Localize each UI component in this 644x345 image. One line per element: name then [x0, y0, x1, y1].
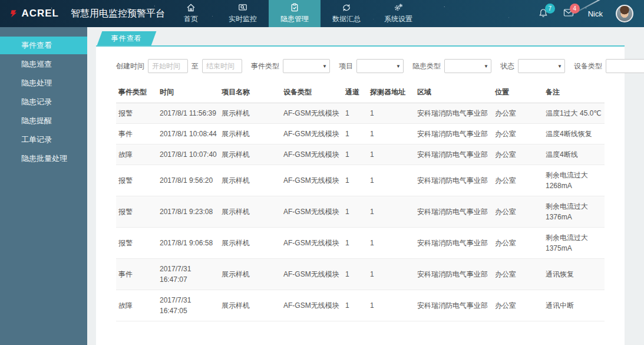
- filter-label: 状态: [500, 61, 514, 71]
- cell-remark: 剩余电流过大 1376mA: [543, 196, 605, 228]
- nav-label: 隐患管理: [280, 14, 309, 24]
- cell-device-type: AF-GSM无线模块: [281, 144, 343, 165]
- filter-label: 隐患类型: [412, 61, 441, 71]
- cell-region: 安科瑞消防电气事业部: [415, 144, 493, 165]
- cell-time: 2017/8/1 9:06:58: [157, 228, 219, 259]
- col-region: 区域: [415, 82, 493, 103]
- messages-button[interactable]: 4: [563, 8, 575, 19]
- message-badge: 4: [570, 4, 580, 14]
- cell-channel: 1: [343, 259, 368, 290]
- content-panel: 创建时间 至 事件类型 ▼ 项目: [96, 45, 625, 345]
- cell-remark: 温度4断线恢复: [543, 124, 605, 144]
- filter-select-wrap: ▼: [444, 59, 491, 73]
- filter-select[interactable]: [606, 59, 644, 73]
- sidebar-item[interactable]: 隐患提醒: [0, 112, 87, 130]
- nav-item-hazard-management[interactable]: 隐患管理: [269, 0, 321, 27]
- sidebar-item-label: 事件查看: [21, 41, 52, 50]
- cell-event-type: 报警: [116, 196, 157, 228]
- tab-event-view[interactable]: 事件查看: [97, 31, 157, 45]
- cell-time: 2017/7/31 16:47:07: [157, 259, 219, 290]
- app-root: ACREL 智慧用电监控预警平台 首页 实时监控 隐患管理: [0, 0, 644, 345]
- cell-device-type: AF-GSM无线模块: [281, 196, 343, 228]
- cell-region: 安科瑞消防电气事业部: [415, 228, 493, 259]
- sidebar-item[interactable]: 隐患处理: [0, 74, 87, 92]
- filter-select[interactable]: [356, 59, 404, 73]
- cell-remark: 通讯恢复: [543, 259, 605, 290]
- col-remark: 备注: [543, 82, 605, 103]
- table-header: 事件类型 时间 项目名称 设备类型 通道 探测器地址 区域 位置 备注: [116, 82, 605, 103]
- nav-item-realtime-monitor[interactable]: 实时监控: [217, 0, 269, 27]
- cell-channel: 1: [343, 103, 368, 124]
- cell-device-type: AF-GSM无线模块: [281, 165, 343, 196]
- cell-location: 办公室: [493, 144, 543, 165]
- nav-item-home[interactable]: 首页: [165, 0, 217, 27]
- sidebar-item[interactable]: 事件查看: [0, 37, 87, 54]
- home-icon: [186, 3, 196, 12]
- cell-remark: 通讯中断: [543, 290, 605, 321]
- filter-select[interactable]: [518, 59, 565, 73]
- sidebar-item[interactable]: 隐患巡查: [0, 55, 87, 73]
- cell-channel: 1: [343, 144, 368, 165]
- cell-detector-address: 1: [368, 228, 415, 259]
- col-device-type: 设备类型: [281, 82, 343, 103]
- filter-group: 项目 ▼: [339, 59, 404, 73]
- cell-project-name: 展示样机: [219, 103, 281, 124]
- sidebar-item-label: 隐患批量处理: [21, 154, 67, 163]
- cell-region: 安科瑞消防电气事业部: [415, 259, 493, 290]
- nav-item-data-summary[interactable]: 数据汇总: [321, 0, 372, 27]
- cell-event-type: 事件: [116, 124, 157, 144]
- cell-detector-address: 1: [368, 103, 415, 124]
- cell-region: 安科瑞消防电气事业部: [415, 103, 493, 124]
- filter-label: 项目: [339, 61, 353, 71]
- cell-time: 2017/8/1 10:08:44: [157, 124, 219, 144]
- table-row: 报警 2017/8/1 9:56:20 展示样机 AF-GSM无线模块 1 1 …: [116, 165, 605, 196]
- cell-project-name: 展示样机: [219, 124, 281, 144]
- events-table: 事件类型 时间 项目名称 设备类型 通道 探测器地址 区域 位置 备注: [116, 82, 605, 321]
- cell-region: 安科瑞消防电气事业部: [415, 196, 493, 228]
- filter-label: 设备类型: [574, 61, 602, 71]
- sidebar: 事件查看 隐患巡查 隐患处理 隐患记录 隐患提醒 工单记录 隐患批量处理: [0, 27, 87, 345]
- sidebar-item[interactable]: 工单记录: [0, 131, 87, 149]
- cell-region: 安科瑞消防电气事业部: [415, 290, 493, 321]
- table-row: 报警 2017/8/1 11:56:39 展示样机 AF-GSM无线模块 1 1…: [116, 103, 605, 124]
- main-content: 事件查看 创建时间 至 事件类型 ▼: [87, 27, 644, 345]
- cell-project-name: 展示样机: [219, 196, 281, 228]
- cell-region: 安科瑞消防电气事业部: [415, 165, 493, 196]
- notifications-button[interactable]: 7: [539, 8, 550, 19]
- cell-detector-address: 1: [368, 124, 415, 144]
- filter-group: 事件类型 ▼: [251, 59, 330, 73]
- nav-label: 系统设置: [384, 14, 412, 24]
- tab-title: 事件查看: [111, 34, 142, 44]
- cell-device-type: AF-GSM无线模块: [281, 228, 343, 259]
- create-time-label: 创建时间: [116, 61, 144, 71]
- acrel-logo-icon: [9, 8, 18, 19]
- user-avatar[interactable]: [616, 5, 633, 22]
- cell-event-type: 事件: [116, 259, 157, 290]
- cell-location: 办公室: [493, 103, 543, 124]
- cell-detector-address: 1: [368, 144, 415, 165]
- sidebar-item[interactable]: 隐患批量处理: [0, 150, 87, 167]
- cell-channel: 1: [343, 290, 368, 321]
- brand-name: ACREL: [21, 8, 59, 19]
- body-row: 事件查看 隐患巡查 隐患处理 隐患记录 隐患提醒 工单记录 隐患批量处理 事件查: [0, 27, 644, 345]
- end-time-input[interactable]: [202, 59, 242, 73]
- tab-row: 事件查看: [96, 31, 625, 45]
- filter-select[interactable]: [444, 59, 491, 73]
- filter-select-wrap: ▼: [356, 59, 404, 73]
- filter-label: 事件类型: [251, 61, 279, 71]
- nav-item-system-settings[interactable]: 系统设置: [372, 0, 424, 27]
- cell-event-type: 报警: [116, 165, 157, 196]
- brand-logo[interactable]: ACREL 智慧用电监控预警平台: [0, 0, 165, 27]
- filter-select[interactable]: [283, 59, 330, 73]
- sidebar-item[interactable]: 隐患记录: [0, 93, 87, 111]
- cell-project-name: 展示样机: [219, 228, 281, 259]
- table-row: 事件 2017/7/31 16:47:07 展示样机 AF-GSM无线模块 1 …: [116, 259, 605, 290]
- cell-detector-address: 1: [368, 165, 415, 196]
- sidebar-item-label: 隐患记录: [21, 97, 52, 106]
- filter-select-wrap: ▼: [283, 59, 330, 73]
- cell-remark: 温度1过大 45.0℃: [543, 103, 605, 124]
- cell-remark: 温度4断线: [543, 144, 605, 165]
- start-time-input[interactable]: [148, 59, 188, 73]
- cell-event-type: 报警: [116, 103, 157, 124]
- cell-event-type: 报警: [116, 228, 157, 259]
